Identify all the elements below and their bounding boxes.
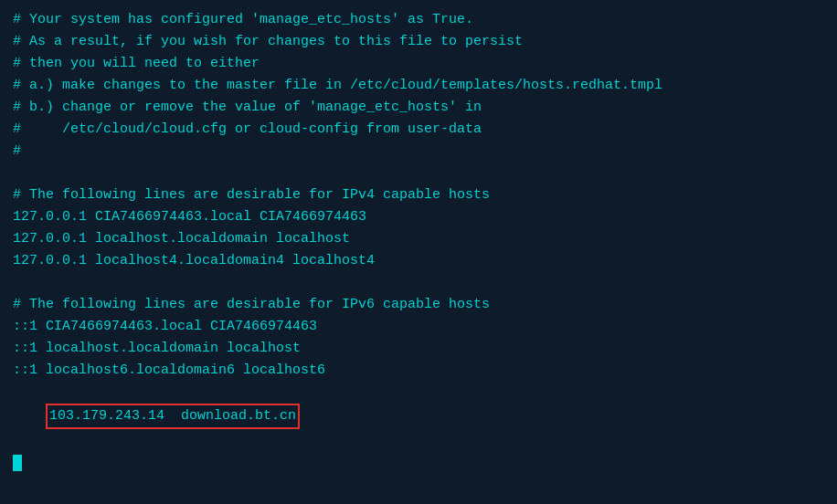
terminal-line-blank-2 xyxy=(13,272,824,294)
terminal-line-3: # then you will need to either xyxy=(13,53,824,75)
terminal-line-6: # /etc/cloud/cloud.cfg or cloud-config f… xyxy=(13,119,824,141)
terminal-cursor-line xyxy=(13,455,824,471)
terminal-line-16: ::1 localhost6.localdomain6 localhost6 xyxy=(13,360,824,382)
terminal-line-10: 127.0.0.1 localhost.localdomain localhos… xyxy=(13,228,824,250)
terminal-line-11: 127.0.0.1 localhost4.localdomain4 localh… xyxy=(13,250,824,272)
terminal-line-7: # xyxy=(13,141,824,163)
terminal-line-14: ::1 CIA7466974463.local CIA7466974463 xyxy=(13,316,824,338)
terminal-line-4: # a.) make changes to the master file in… xyxy=(13,75,824,97)
terminal-line-5: # b.) change or remove the value of 'man… xyxy=(13,97,824,119)
terminal-line-17-container: 103.179.243.14 download.bt.cn xyxy=(13,382,824,451)
terminal-window: # Your system has configured 'manage_etc… xyxy=(0,0,837,504)
terminal-highlighted-entry: 103.179.243.14 download.bt.cn xyxy=(46,404,300,429)
terminal-line-13: # The following lines are desirable for … xyxy=(13,294,824,316)
terminal-line-15: ::1 localhost.localdomain localhost xyxy=(13,338,824,360)
terminal-line-blank-1 xyxy=(13,163,824,184)
terminal-line-8: # The following lines are desirable for … xyxy=(13,184,824,206)
terminal-line-9: 127.0.0.1 CIA7466974463.local CIA7466974… xyxy=(13,206,824,228)
terminal-line-1: # Your system has configured 'manage_etc… xyxy=(13,9,824,31)
terminal-line-2: # As a result, if you wish for changes t… xyxy=(13,31,824,53)
terminal-cursor xyxy=(13,455,22,471)
